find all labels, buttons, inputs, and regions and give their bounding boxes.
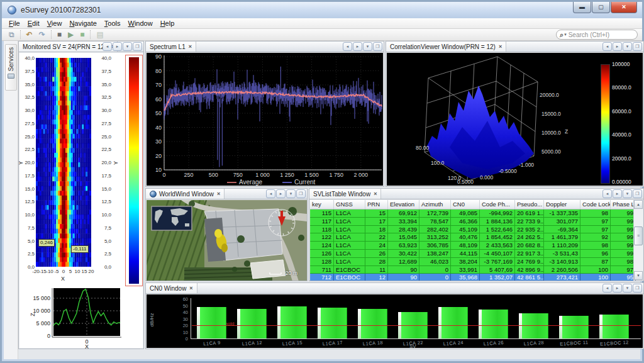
minimize-button[interactable]: ▬ xyxy=(573,2,591,13)
colorbar-frame[interactable] xyxy=(125,55,143,286)
table-row[interactable]: 126L1CA2630,422138,24744,115-4 450,10722… xyxy=(310,250,633,258)
svg-text:Current: Current xyxy=(294,179,316,186)
dropdown-icon[interactable]: ▾ xyxy=(123,42,132,51)
tab-cn0[interactable]: CN0 Window × xyxy=(146,283,197,293)
copy-icon[interactable]: ⧉ xyxy=(6,30,18,40)
tab-svlist-table[interactable]: SVListTable Window × xyxy=(309,189,381,199)
next-window-icon[interactable]: ▸ xyxy=(113,42,122,51)
dropdown-icon[interactable]: ▾ xyxy=(623,284,632,293)
dropdown-icon[interactable]: ▾ xyxy=(623,189,632,198)
table-row[interactable]: 118L1CA1828,439282,40245,1091 522,64622 … xyxy=(310,226,633,234)
maximize-window-icon[interactable]: ❐ xyxy=(633,42,642,51)
scroll-down-icon[interactable]: ▼ xyxy=(634,271,643,280)
prev-window-icon[interactable]: ◂ xyxy=(602,42,612,51)
menu-item-tools[interactable]: Tools xyxy=(101,19,125,28)
column-header-cn0[interactable]: CN0 xyxy=(451,200,480,209)
prev-window-icon[interactable]: ◂ xyxy=(103,42,112,51)
close-icon[interactable]: × xyxy=(499,43,502,50)
table-row[interactable]: 122L1CA2215,045313,25240,4761 854,45224 … xyxy=(310,233,633,242)
maximize-window-icon[interactable]: ❐ xyxy=(633,189,642,198)
table-cell: 95 xyxy=(611,274,636,281)
redo-icon[interactable]: ↷ xyxy=(36,30,48,40)
prev-window-icon[interactable]: ◂ xyxy=(266,189,275,198)
prev-window-icon[interactable]: ◂ xyxy=(343,42,352,51)
table-cell: 46,023 xyxy=(419,258,451,266)
maximize-window-icon[interactable]: ❐ xyxy=(373,42,382,51)
search-icon[interactable]: ⌕ xyxy=(560,31,564,39)
window-header: CorrelationViewer Window(PRN = 12) × ◂ ▸… xyxy=(386,42,643,52)
heatmap-y-tick: 15,0 xyxy=(19,186,35,192)
close-icon[interactable]: × xyxy=(217,191,220,197)
menu-item-help[interactable]: Help xyxy=(157,19,179,28)
close-icon[interactable]: × xyxy=(374,191,377,197)
monitored-plot-area: Y Y X 0,246 -0,111 15 00010 0005 00000XZ… xyxy=(19,53,143,348)
column-header-prn[interactable]: PRN xyxy=(365,200,388,209)
scroll-up-icon[interactable]: ▲ xyxy=(634,200,643,209)
cn0-y-tick: 0 xyxy=(175,336,188,342)
table-cell: 99 xyxy=(611,233,636,242)
dropdown-icon[interactable]: ▾ xyxy=(623,42,632,51)
menu-item-view[interactable]: View xyxy=(43,19,66,28)
column-header-phase-l-[interactable]: Phase L... xyxy=(611,200,636,209)
column-header-azimuth[interactable]: Azimuth xyxy=(419,200,451,209)
table-row[interactable]: 117L1CA1733,39478,54746,3661 884,13622 7… xyxy=(310,218,633,226)
dropdown-icon[interactable]: ▾ xyxy=(286,189,296,198)
prev-window-icon[interactable]: ◂ xyxy=(602,189,612,198)
close-icon[interactable]: × xyxy=(189,285,192,291)
tab-spectrum[interactable]: Spectrum L1 × xyxy=(146,42,196,52)
search-input[interactable] xyxy=(569,31,634,38)
dropdown-icon[interactable]: ▾ xyxy=(363,42,372,51)
table-row[interactable]: 128L1CA2812,68946,02338,204-3 767,16924 … xyxy=(310,258,633,266)
next-window-icon[interactable]: ▸ xyxy=(276,189,286,198)
record-icon[interactable]: ■ xyxy=(77,30,87,40)
close-icon[interactable]: × xyxy=(189,43,192,50)
menu-item-file[interactable]: File xyxy=(5,19,24,28)
svg-text:1 750: 1 750 xyxy=(329,172,343,178)
cn0-category-label: L1CA 18 xyxy=(353,339,393,347)
column-header-key[interactable]: key xyxy=(310,200,334,209)
tab-correlation-viewer[interactable]: CorrelationViewer Window(PRN = 12) × xyxy=(386,42,506,52)
column-header-code-ph-[interactable]: Code Ph... xyxy=(480,200,515,209)
next-window-icon[interactable]: ▸ xyxy=(613,42,622,51)
undo-icon[interactable]: ↶ xyxy=(23,30,36,40)
scroll-thumb[interactable]: ≡ xyxy=(634,226,643,245)
table-scrollbar[interactable]: ▲ ≡ ▼ xyxy=(633,200,643,280)
close-button[interactable]: ✕ xyxy=(611,2,637,13)
prev-window-icon[interactable]: ◂ xyxy=(602,284,612,293)
table-cell: 711 xyxy=(310,266,334,274)
column-header-gnss[interactable]: GNSS xyxy=(334,200,365,209)
menu-bar: FileEditViewNavigateToolsWindowHelp xyxy=(2,18,642,29)
table-row[interactable]: 712E1CBOC1290035,9681 352,0742 861 5...2… xyxy=(310,274,633,281)
next-window-icon[interactable]: ▸ xyxy=(613,284,622,293)
play-icon[interactable]: ▶ xyxy=(65,30,77,40)
worldwind-map[interactable]: 20 m xyxy=(147,200,306,280)
next-window-icon[interactable]: ▸ xyxy=(353,42,362,51)
menu-item-navigate[interactable]: Navigate xyxy=(65,19,100,28)
table-cell: -3 140,913 xyxy=(544,258,580,266)
sidebar-tab-services[interactable]: Services xyxy=(5,44,17,91)
maximize-button[interactable]: ▢ xyxy=(592,2,610,13)
column-header-elevation[interactable]: Elevation xyxy=(388,200,419,209)
menu-item-edit[interactable]: Edit xyxy=(24,19,43,28)
column-header-doppler[interactable]: Doppler xyxy=(544,200,580,209)
titlebar[interactable]: eSurvey 201007282301 ▬ ▢ ✕ xyxy=(2,2,642,18)
heatmap-right-y-tick: 7,5 xyxy=(92,225,111,231)
table-row[interactable]: 124L1CA2463,923306,78548,1092 433,56320 … xyxy=(310,242,633,250)
heatmap-y-tick: 27,5 xyxy=(19,121,35,126)
maximize-window-icon[interactable]: ❐ xyxy=(133,42,142,51)
svg-text:5 000: 5 000 xyxy=(36,320,50,327)
maximize-window-icon[interactable]: ❐ xyxy=(296,189,306,198)
table-row[interactable]: 115L1CA1569,912172,73949,085-994,99220 6… xyxy=(310,209,633,218)
column-header-pseudo-[interactable]: Pseudo... xyxy=(515,200,544,209)
search-box[interactable]: ⌕ ▾ xyxy=(556,30,638,40)
search-caret-icon[interactable]: ▾ xyxy=(564,32,567,37)
menu-item-window[interactable]: Window xyxy=(125,19,157,28)
maximize-window-icon[interactable]: ❐ xyxy=(633,284,642,293)
stop-icon[interactable]: ■ xyxy=(54,30,65,40)
column-header-code-lock[interactable]: Code Lock xyxy=(580,200,611,209)
table-row[interactable]: 711E1CBOC1190033,9915 407,6942 896 9...2… xyxy=(310,266,633,274)
tab-worldwind[interactable]: WorldWind Window × xyxy=(146,189,225,199)
table-cell: 128 xyxy=(310,258,334,266)
report-icon[interactable]: ▤ xyxy=(93,30,106,40)
next-window-icon[interactable]: ▸ xyxy=(613,189,622,198)
